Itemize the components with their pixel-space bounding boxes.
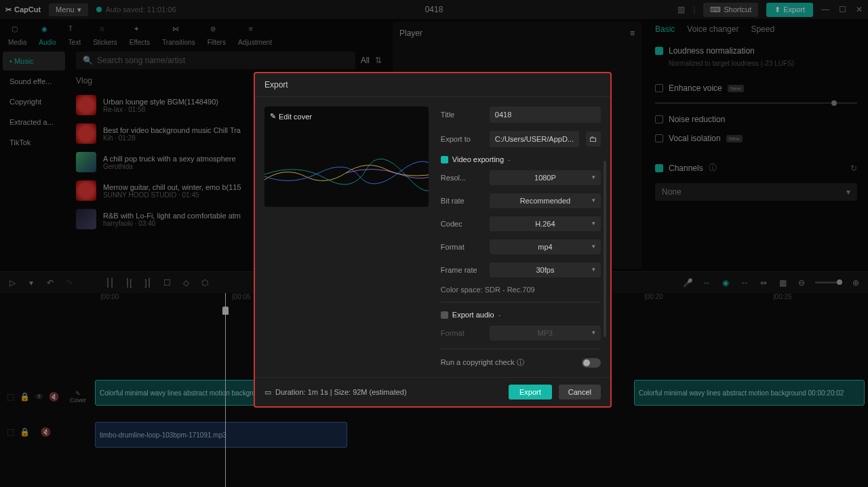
export-modal: Export ✎Edit cover Title 0418 bbox=[254, 72, 612, 408]
title-input[interactable]: 0418 bbox=[490, 106, 601, 123]
format-label: Format bbox=[441, 243, 483, 251]
framerate-label: Frame rate bbox=[441, 266, 483, 274]
browse-folder-button[interactable]: 🗀 bbox=[586, 132, 601, 147]
codec-select[interactable]: H.264 bbox=[490, 216, 601, 231]
bitrate-label: Bit rate bbox=[441, 197, 483, 205]
copyright-toggle[interactable] bbox=[582, 358, 601, 368]
modal-title: Export bbox=[255, 73, 610, 97]
modal-overlay: Export ✎Edit cover Title 0418 bbox=[0, 0, 868, 487]
export-confirm-button[interactable]: Export bbox=[509, 385, 552, 400]
resolution-select[interactable]: 1080P bbox=[490, 170, 601, 185]
audio-format-select[interactable]: MP3 bbox=[490, 326, 601, 340]
cover-preview[interactable]: ✎Edit cover bbox=[264, 106, 429, 207]
colorspace-info: Color space: SDR - Rec.709 bbox=[441, 286, 601, 294]
title-label: Title bbox=[441, 111, 483, 119]
audio-export-checkbox[interactable] bbox=[441, 311, 448, 319]
info-icon[interactable]: ⓘ bbox=[517, 358, 524, 366]
export-audio-label: Export audio bbox=[452, 311, 494, 319]
duration-icon: ▭ bbox=[264, 388, 271, 397]
edit-cover-button[interactable]: ✎Edit cover bbox=[270, 112, 312, 121]
video-exporting-label: Video exporting bbox=[452, 155, 504, 163]
footer-info: Duration: 1m 1s | Size: 92M (estimated) bbox=[275, 388, 407, 396]
folder-icon: 🗀 bbox=[589, 134, 597, 144]
copyright-label: Run a copyright check bbox=[441, 358, 515, 366]
exportto-label: Export to bbox=[441, 135, 483, 143]
format-select[interactable]: mp4 bbox=[490, 239, 601, 254]
cancel-button[interactable]: Cancel bbox=[559, 385, 601, 400]
collapse-icon[interactable]: - bbox=[498, 311, 501, 319]
collapse-icon[interactable]: - bbox=[508, 155, 511, 163]
scrollbar[interactable] bbox=[604, 161, 606, 337]
codec-label: Codec bbox=[441, 220, 483, 228]
waveform-art bbox=[264, 153, 429, 193]
video-export-checkbox[interactable] bbox=[441, 156, 448, 163]
exportto-input[interactable]: C:/Users/USER/AppD... bbox=[490, 131, 579, 147]
pencil-icon: ✎ bbox=[270, 112, 276, 121]
bitrate-select[interactable]: Recommended bbox=[490, 193, 601, 208]
audio-format-label: Format bbox=[441, 329, 483, 337]
resolution-label: Resol... bbox=[441, 174, 483, 182]
framerate-select[interactable]: 30fps bbox=[490, 262, 601, 277]
